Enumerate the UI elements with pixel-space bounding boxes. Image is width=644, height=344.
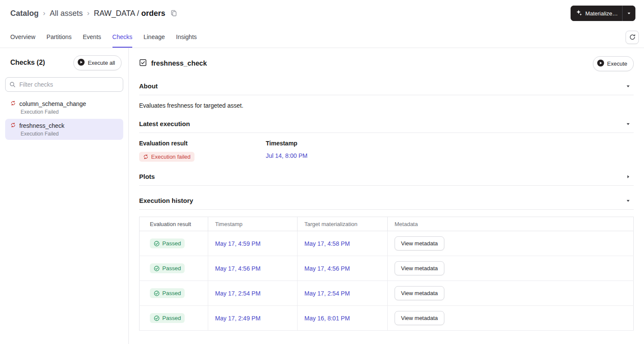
history-row: Passed May 17, 2:49 PM May 16, 8:01 PM V… [140,306,634,331]
play-icon [78,59,85,67]
passed-badge-label: Passed [162,315,181,321]
tab-label: Lineage [143,33,165,40]
search-icon [9,81,15,88]
execution-failed-icon [10,100,16,108]
passed-badge: Passed [150,263,185,273]
materialize-dropdown-button[interactable] [622,6,635,21]
plots-title: Plots [139,173,155,180]
tab-label: Events [83,33,101,40]
breadcrumb-asset-name: orders [141,9,165,18]
breadcrumb-asset: RAW_DATA / orders [94,9,165,18]
timestamp-link[interactable]: May 17, 2:49 PM [215,315,261,322]
materialize-button-group: Materialize… [571,6,635,21]
view-metadata-button[interactable]: View metadata [395,286,444,300]
tab-overview[interactable]: Overview [10,27,35,48]
breadcrumb: Catalog › All assets › RAW_DATA / orders [10,9,177,18]
history-row: Passed May 17, 4:59 PM May 17, 4:58 PM V… [140,231,634,256]
view-metadata-label: View metadata [401,315,438,321]
refresh-button[interactable] [626,30,639,44]
view-metadata-label: View metadata [401,265,438,272]
play-icon [597,60,604,68]
tab-events[interactable]: Events [83,27,101,48]
tab-label: Overview [10,33,35,40]
passed-badge-label: Passed [162,240,181,247]
view-metadata-button[interactable]: View metadata [395,236,444,250]
execute-label: Execute [607,60,627,67]
chevron-right-icon: › [87,9,90,18]
check-name: freshness_check [19,122,64,129]
col-metadata: Metadata [388,217,634,231]
timestamp-link[interactable]: May 17, 4:56 PM [215,265,261,272]
view-metadata-button[interactable]: View metadata [395,311,444,325]
execution-failed-badge: Execution failed [139,152,194,162]
timestamp-link[interactable]: May 17, 4:59 PM [215,240,261,247]
check-name: column_schema_change [19,100,86,107]
tab-partitions[interactable]: Partitions [46,27,71,48]
asset-check-icon [139,59,147,68]
changed-icon [143,154,149,160]
check-list-item[interactable]: freshness_check Execution Failed [5,119,123,140]
tab-label: Insights [176,33,197,40]
about-description: Evaluates freshness for targeted asset. [139,102,634,109]
passed-badge-label: Passed [162,290,181,296]
materialize-label: Materialize… [585,10,618,17]
history-tbody: Passed May 17, 4:59 PM May 17, 4:58 PM V… [140,231,634,331]
check-title: freshness_check [151,60,207,67]
check-circle-icon [154,241,160,247]
target-materialization-link[interactable]: May 17, 4:56 PM [304,265,350,272]
target-materialization-link[interactable]: May 17, 4:58 PM [304,240,350,247]
latest-execution-title: Latest execution [139,120,190,127]
copy-icon[interactable] [170,10,177,17]
collapse-toggle-chevron-down-icon[interactable] [624,198,632,204]
collapse-toggle-chevron-down-icon[interactable] [624,83,632,89]
check-circle-icon [154,266,160,272]
collapse-toggle-chevron-down-icon[interactable] [624,121,632,127]
content-area: Checks (2) Execute all column_schema_cha… [0,48,644,344]
view-metadata-label: View metadata [401,240,438,247]
tab-lineage[interactable]: Lineage [143,27,165,48]
top-bar: Catalog › All assets › RAW_DATA / orders… [0,0,644,27]
execute-all-label: Execute all [88,60,115,66]
passed-badge: Passed [150,313,185,323]
col-target-materialization: Target materialization [298,217,388,231]
execution-history-table: Evaluation result Timestamp Target mater… [139,217,634,331]
breadcrumb-all-assets[interactable]: All assets [50,9,83,18]
execution-history-title: Execution history [139,197,193,204]
col-evaluation-result: Evaluation result [140,217,208,231]
view-metadata-label: View metadata [401,290,438,296]
table-header-row: Evaluation result Timestamp Target mater… [140,217,634,231]
latest-execution-section: Latest execution Evaluation result Execu… [139,120,634,162]
view-metadata-button[interactable]: View metadata [395,261,444,275]
timestamp-link[interactable]: May 17, 2:54 PM [215,290,261,297]
execute-button[interactable]: Execute [593,56,634,71]
filter-checks-input[interactable] [5,77,123,92]
latest-timestamp-link[interactable]: Jul 14, 8:00 PM [266,152,307,159]
history-row: Passed May 17, 2:54 PM May 17, 2:54 PM V… [140,281,634,306]
checks-sidebar: Checks (2) Execute all column_schema_cha… [0,48,129,344]
check-status: Execution Failed [21,109,118,115]
passed-badge-label: Passed [162,265,181,272]
collapse-toggle-chevron-right-icon[interactable] [624,174,632,180]
tab-bar: Overview Partitions Events Checks Lineag… [0,27,644,48]
check-list-item[interactable]: column_schema_change Execution Failed [5,97,123,118]
plots-section: Plots [139,173,634,186]
chevron-right-icon: › [43,9,46,18]
materialize-button[interactable]: Materialize… [571,6,622,21]
timestamp-label: Timestamp [266,140,392,147]
history-row: Passed May 17, 4:56 PM May 17, 4:56 PM V… [140,256,634,281]
evaluation-result-label: Evaluation result [139,140,266,147]
checks-list: column_schema_change Execution Failed fr… [5,97,123,140]
sparkle-icon [576,9,582,17]
execute-all-button[interactable]: Execute all [73,55,122,70]
tab-checks[interactable]: Checks [112,27,133,48]
execution-failed-badge-label: Execution failed [151,154,191,160]
col-timestamp: Timestamp [208,217,298,231]
target-materialization-link[interactable]: May 16, 8:01 PM [304,315,350,322]
execution-failed-icon [10,122,16,130]
passed-badge: Passed [150,288,185,298]
breadcrumb-catalog[interactable]: Catalog [10,9,39,18]
check-detail-panel: freshness_check Execute About Evaluates … [129,48,644,344]
execution-history-section: Execution history Evaluation result Time… [139,197,634,331]
target-materialization-link[interactable]: May 17, 2:54 PM [304,290,350,297]
tab-insights[interactable]: Insights [176,27,197,48]
